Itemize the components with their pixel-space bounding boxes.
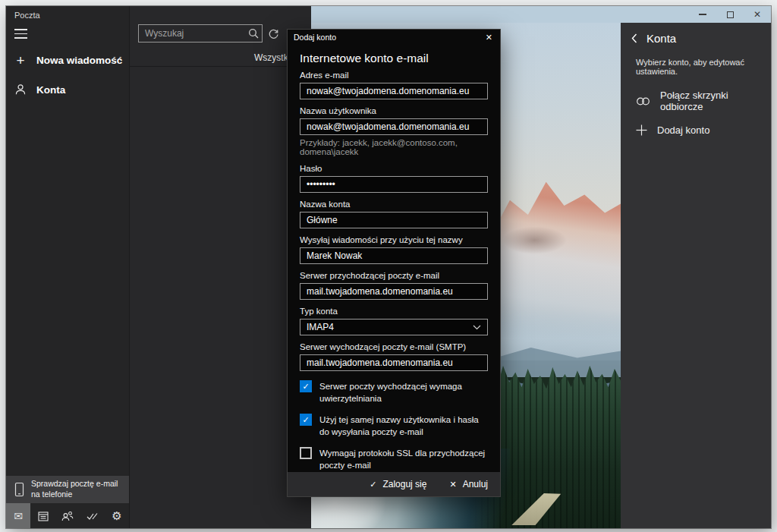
new-message-button[interactable]: + Nowa wiadomość xyxy=(6,49,129,71)
accounts-label: Konta xyxy=(36,84,65,96)
gear-icon: ⚙ xyxy=(112,510,121,521)
account-name-input[interactable] xyxy=(300,212,488,228)
sync-button[interactable] xyxy=(266,27,280,41)
dialog-title: Dodaj konto xyxy=(294,33,336,42)
close-button[interactable]: ✕ xyxy=(744,6,771,23)
username-hint: Przykłady: jacekk, jacekk@contoso.com, d… xyxy=(300,138,488,156)
back-chevron-icon xyxy=(631,33,637,43)
new-message-label: Nowa wiadomość xyxy=(36,55,122,66)
dialog-heading: Internetowe konto e-mail xyxy=(300,51,488,66)
field-email: Adres e-mail xyxy=(300,71,488,99)
add-account-label: Dodaj konto xyxy=(657,124,709,136)
bottom-navigation: ✉ xyxy=(6,503,129,528)
field-outgoing-server: Serwer wychodzącej poczty e-mail (SMTP) xyxy=(300,342,488,371)
app-title: Poczta xyxy=(14,11,40,20)
incoming-server-input[interactable] xyxy=(300,283,488,300)
password-input[interactable] xyxy=(300,176,488,193)
person-icon xyxy=(14,83,27,96)
checkbox-label: Wymagaj protokołu SSL dla przychodzącej … xyxy=(319,447,488,471)
settings-header: Konta xyxy=(631,32,676,45)
double-check-icon xyxy=(87,512,98,521)
field-label: Nazwa użytkownika xyxy=(300,106,488,116)
check-icon: ✓ xyxy=(302,382,309,391)
message-list-pane: Wszystkie xyxy=(129,6,311,528)
phone-banner-label: Sprawdzaj pocztę e-mail na telefonie xyxy=(31,479,123,499)
people-icon xyxy=(61,511,74,521)
calendar-icon xyxy=(38,511,49,521)
checkbox-row-same-credentials[interactable]: ✓ Użyj tej samej nazwy użytkownika i has… xyxy=(300,414,488,438)
link-inboxes-item[interactable]: Połącz skrzynki odbiorcze xyxy=(621,88,771,114)
dialog-close-button[interactable]: ✕ xyxy=(486,33,492,42)
window-titlebar: ✕ xyxy=(311,6,771,23)
field-account-name: Nazwa konta xyxy=(300,200,488,228)
add-account-item[interactable]: Dodaj konto xyxy=(621,117,771,143)
checkbox-section: ✓ Serwer poczty wychodzącej wymaga uwier… xyxy=(300,380,488,472)
close-icon: ✕ xyxy=(486,33,492,42)
settings-title: Konta xyxy=(646,32,676,45)
cancel-button[interactable]: ✕ Anuluj xyxy=(449,479,488,490)
field-label: Wysyłaj wiadomości przy użyciu tej nazwy xyxy=(300,235,488,245)
message-list-header: Wszystkie xyxy=(130,6,312,67)
search-box xyxy=(138,24,263,42)
checkbox-label: Użyj tej samej nazwy użytkownika i hasła… xyxy=(319,414,488,438)
hamburger-icon xyxy=(14,29,27,30)
link-inboxes-label: Połącz skrzynki odbiorcze xyxy=(660,90,771,112)
checkbox[interactable]: ✓ xyxy=(300,414,312,426)
field-password: Hasło xyxy=(300,164,488,193)
cancel-label: Anuluj xyxy=(463,479,488,490)
field-username: Nazwa użytkownika xyxy=(300,106,488,135)
field-label: Adres e-mail xyxy=(300,71,488,80)
mail-icon: ✉ xyxy=(14,511,23,521)
field-label: Serwer wychodzącej poczty e-mail (SMTP) xyxy=(300,342,488,352)
nav-calendar-button[interactable] xyxy=(31,503,55,528)
username-input[interactable] xyxy=(300,118,488,135)
minimize-button[interactable] xyxy=(689,6,716,23)
checkbox-label: Serwer poczty wychodzącej wymaga uwierzy… xyxy=(319,380,488,405)
account-type-select[interactable]: IMAP4 xyxy=(300,319,488,335)
sync-icon xyxy=(268,29,279,40)
minimize-icon xyxy=(699,14,706,15)
search-icon[interactable] xyxy=(245,28,262,39)
close-icon: ✕ xyxy=(753,10,761,19)
outgoing-server-input[interactable] xyxy=(300,354,488,371)
maximize-button[interactable] xyxy=(716,6,744,23)
sidebar-item-accounts[interactable]: Konta xyxy=(6,78,129,101)
checkbox-row-smtp-auth[interactable]: ✓ Serwer poczty wychodzącej wymaga uwier… xyxy=(300,380,488,405)
add-account-dialog: Dodaj konto ✕ Internetowe konto e-mail A… xyxy=(287,29,501,497)
account-type-value: IMAP4 xyxy=(307,322,334,332)
field-label: Serwer przychodzącej poczty e-mail xyxy=(300,271,488,281)
email-input[interactable] xyxy=(300,83,488,99)
display-name-input[interactable] xyxy=(300,247,488,264)
nav-todo-button[interactable] xyxy=(80,503,105,528)
dialog-footer: ✓ Zaloguj się ✕ Anuluj xyxy=(288,472,500,496)
nav-mail-button[interactable]: ✉ xyxy=(6,503,30,528)
checkbox[interactable]: ✓ xyxy=(300,447,312,459)
field-label: Hasło xyxy=(300,164,488,174)
plus-icon: + xyxy=(14,53,27,68)
maximize-icon xyxy=(727,11,734,18)
search-input[interactable] xyxy=(139,28,245,39)
phone-mail-banner[interactable]: Sprawdzaj pocztę e-mail na telefonie xyxy=(6,476,129,503)
field-label: Nazwa konta xyxy=(300,200,488,209)
check-icon: ✓ xyxy=(370,480,376,489)
mail-app-window: ✕ Poczta + Nowa wiadomość Konta xyxy=(6,6,771,528)
checkbox-row-ssl-incoming[interactable]: ✓ Wymagaj protokołu SSL dla przychodzące… xyxy=(300,447,488,471)
hamburger-menu-button[interactable] xyxy=(14,29,27,39)
dialog-body: Internetowe konto e-mail Adres e-mail Na… xyxy=(288,45,500,472)
field-account-type: Typ konta IMAP4 xyxy=(300,307,488,335)
dialog-titlebar: Dodaj konto ✕ xyxy=(288,30,500,45)
check-icon: ✓ xyxy=(302,416,309,424)
field-display-name: Wysyłaj wiadomości przy użyciu tej nazwy xyxy=(300,235,488,264)
plus-icon xyxy=(636,124,647,136)
nav-people-button[interactable] xyxy=(55,503,80,528)
settings-subtitle: Wybierz konto, aby edytować ustawienia. xyxy=(636,58,771,76)
folder-sidebar: Poczta + Nowa wiadomość Konta xyxy=(6,6,129,528)
back-button[interactable] xyxy=(631,33,637,43)
checkbox[interactable]: ✓ xyxy=(300,380,312,392)
sign-in-button[interactable]: ✓ Zaloguj się xyxy=(370,479,426,490)
sign-in-label: Zaloguj się xyxy=(382,479,426,490)
nav-settings-button[interactable]: ⚙ xyxy=(105,503,129,528)
chevron-down-icon xyxy=(473,325,481,330)
field-label: Typ konta xyxy=(300,307,488,316)
settings-panel: Konta Wybierz konto, aby edytować ustawi… xyxy=(621,23,771,528)
